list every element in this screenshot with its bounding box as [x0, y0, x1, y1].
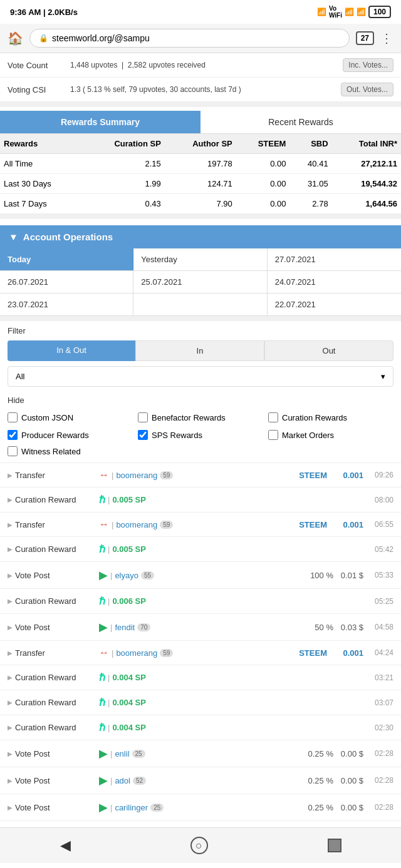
date-yesterday[interactable]: Yesterday	[133, 248, 267, 270]
checkbox-benefactor-rewards-input[interactable]	[138, 412, 148, 422]
home-icon[interactable]: 🏠	[8, 31, 23, 46]
dollar-value: 0.01 $	[338, 571, 363, 580]
vote-icon: ▶	[99, 621, 108, 633]
filter-label: Filter	[0, 321, 401, 340]
list-item[interactable]: ▶ Curation Reward ℏ | 0.004 SP 03:21	[0, 665, 401, 690]
checkbox-curation-rewards-input[interactable]	[268, 412, 278, 422]
list-item[interactable]: ▶ Transfer ↔ | boomerang 59 STEEM 0.001 …	[0, 641, 401, 665]
home-button[interactable]: ○	[190, 837, 208, 854]
op-type-label: Transfer	[15, 520, 96, 529]
op-time: 03:07	[368, 698, 393, 707]
checkbox-producer-rewards[interactable]: Producer Rewards	[8, 430, 133, 440]
user-link[interactable]: boomerang	[116, 648, 157, 658]
list-item[interactable]: ▶ Transfer ↔ | boomerang 59 STEEM 0.001 …	[0, 463, 401, 488]
op-type-label: Transfer	[15, 648, 96, 658]
inc-votes-button[interactable]: Inc. Votes...	[343, 58, 393, 72]
filter-tabs: In & Out In Out	[8, 340, 393, 361]
user-link[interactable]: boomerang	[116, 471, 157, 480]
expand-icon: ▶	[8, 572, 13, 579]
date-25072021[interactable]: 25.07.2021	[133, 271, 267, 293]
list-item[interactable]: ▶ Vote Post ▶ | enlil 25 0.25 % 0.00 $ 0…	[0, 740, 401, 767]
sbd-cell: 40.41	[289, 154, 331, 174]
currency-label: STEEM	[299, 648, 327, 658]
battery-badge: 100	[368, 6, 391, 18]
checkbox-producer-rewards-input[interactable]	[8, 430, 18, 440]
list-item[interactable]: ▶ Vote Post ▶ | fendit 70 50 % 0.03 $ 04…	[0, 614, 401, 641]
date-grid-row2: 26.07.2021 25.07.2021 24.07.2021	[0, 271, 401, 294]
dollar-value: 0.00 $	[338, 776, 363, 785]
user-link[interactable]: fendit	[115, 623, 135, 632]
menu-dots-icon[interactable]: ⋮	[380, 31, 393, 46]
vote-icon: ▶	[99, 747, 108, 760]
col-curation-sp: Curation SP	[83, 134, 165, 154]
date-today[interactable]: Today	[0, 248, 133, 270]
checkbox-curation-rewards[interactable]: Curation Rewards	[268, 412, 393, 422]
checkbox-sps-rewards[interactable]: SPS Rewards	[138, 430, 263, 440]
checkbox-sps-rewards-input[interactable]	[138, 430, 148, 440]
date-27072021[interactable]: 27.07.2021	[268, 248, 401, 270]
back-button[interactable]: ◀	[60, 837, 71, 854]
user-badge: 59	[160, 521, 173, 529]
rewards-tabs: Rewards Summary Recent Rewards	[0, 111, 401, 134]
checkbox-market-orders[interactable]: Market Orders	[268, 430, 393, 440]
out-votes-button[interactable]: Out. Votes...	[341, 83, 393, 96]
date-22072021[interactable]: 22.07.2021	[268, 294, 401, 315]
list-item[interactable]: ▶ Vote Post ▶ | elyayo 55 100 % 0.01 $ 0…	[0, 562, 401, 589]
tab-recent-rewards[interactable]: Recent Rewards	[200, 111, 401, 133]
url-bar[interactable]: 🔒 steemworld.org/@sampu	[29, 29, 350, 48]
date-26072021[interactable]: 26.07.2021	[0, 271, 133, 293]
chevron-down-icon: ▼	[9, 232, 18, 242]
op-time: 02:28	[368, 803, 393, 812]
list-item[interactable]: ▶ Vote Post ▶ | adol 52 0.25 % 0.00 $ 02…	[0, 767, 401, 794]
curation-sp-cell: 2.15	[83, 154, 165, 174]
pipe-sep: |	[112, 648, 113, 658]
pipe-sep: |	[112, 520, 113, 529]
op-details: | boomerang 59	[112, 648, 294, 658]
date-24072021[interactable]: 24.07.2021	[268, 271, 401, 293]
sp-value: 0.004 SP	[112, 673, 146, 682]
pipe-sep: |	[108, 495, 110, 504]
pipe-sep: |	[108, 673, 110, 682]
sp-value: 0.004 SP	[112, 698, 146, 707]
op-icon: ▶	[99, 620, 108, 634]
date-23072021[interactable]: 23.07.2021	[0, 294, 133, 315]
list-item[interactable]: ▶ Curation Reward ℏ | 0.005 SP 05:42	[0, 537, 401, 562]
checkbox-witness-related[interactable]: Witness Related	[8, 446, 393, 456]
filter-dropdown[interactable]: All ▾	[8, 366, 393, 387]
op-right: STEEM 0.001	[294, 520, 363, 529]
tab-count[interactable]: 27	[356, 31, 374, 45]
chevron-down-icon: ▾	[381, 372, 385, 381]
author-sp-cell: 124.71	[165, 174, 236, 194]
list-item[interactable]: ▶ Curation Reward ℏ | 0.004 SP 02:30	[0, 715, 401, 740]
list-item[interactable]: ▶ Curation Reward ℏ | 0.005 SP 08:00	[0, 488, 401, 513]
user-link[interactable]: boomerang	[116, 520, 157, 529]
pipe-sep: |	[108, 698, 110, 707]
col-rewards: Rewards	[0, 134, 83, 154]
op-time: 05:33	[368, 571, 393, 580]
list-item[interactable]: ▶ Curation Reward ℏ | 0.004 SP 03:07	[0, 690, 401, 715]
checkbox-benefactor-rewards[interactable]: Benefactor Rewards	[138, 412, 263, 422]
user-link[interactable]: carilinger	[115, 803, 148, 812]
signal-icon: 📶	[317, 8, 326, 16]
tab-rewards-summary[interactable]: Rewards Summary	[0, 111, 200, 133]
user-link[interactable]: adol	[115, 776, 130, 785]
list-item[interactable]: ▶ Transfer ↔ | boomerang 59 STEEM 0.001 …	[0, 513, 401, 537]
filter-out[interactable]: Out	[264, 340, 393, 361]
op-right: STEEM 0.001	[294, 648, 363, 658]
square-button[interactable]	[328, 839, 341, 852]
list-item[interactable]: ▶ Curation Reward ℏ | 0.006 SP 05:25	[0, 589, 401, 614]
checkbox-market-orders-input[interactable]	[268, 430, 278, 440]
checkbox-witness-related-input[interactable]	[8, 446, 18, 456]
filter-in[interactable]: In	[135, 340, 264, 361]
list-item[interactable]: ▶ Vote Post ▶ | carilinger 25 0.25 % 0.0…	[0, 794, 401, 821]
user-link[interactable]: enlil	[115, 749, 129, 758]
vote-icon: ▶	[99, 774, 108, 787]
op-type-label: Curation Reward	[15, 673, 96, 682]
op-right: STEEM 0.001	[294, 471, 363, 480]
filter-in-out[interactable]: In & Out	[8, 340, 135, 361]
checkbox-custom-json[interactable]: Custom JSON	[8, 412, 133, 422]
user-link[interactable]: elyayo	[115, 571, 138, 580]
op-time: 04:58	[368, 623, 393, 631]
checkbox-custom-json-input[interactable]	[8, 412, 18, 422]
expand-icon: ▶	[8, 699, 13, 706]
